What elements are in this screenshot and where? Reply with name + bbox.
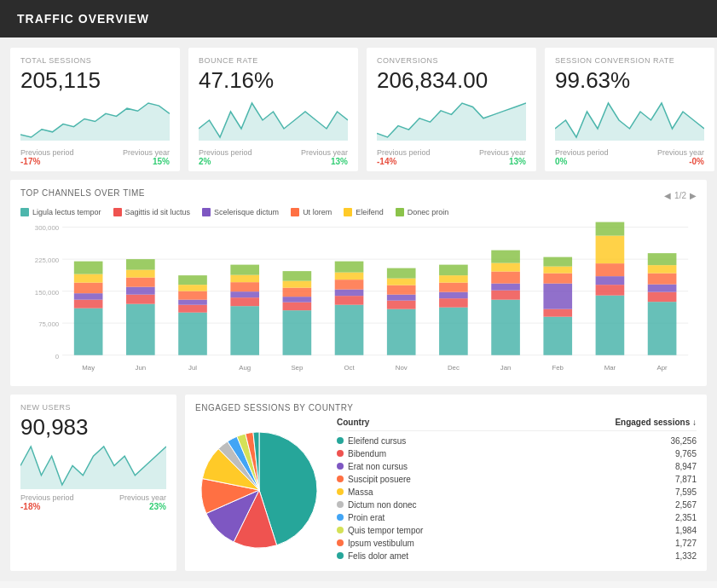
kpi-row: TOTAL SESSIONS 205,115 Previous period P… xyxy=(10,48,707,171)
svg-rect-35 xyxy=(230,306,259,355)
new-users-value: 90,983 xyxy=(20,415,166,440)
prev-page-icon[interactable]: ◀ xyxy=(664,191,671,200)
table-header: Country Engaged sessions ↓ xyxy=(337,418,697,431)
page-indicator: 1/2 xyxy=(674,191,686,200)
svg-rect-26 xyxy=(126,259,155,270)
country-row-left: Ipsum vestibulum xyxy=(337,539,414,548)
kpi-sparkline xyxy=(199,100,348,141)
legend-item: Donec proin xyxy=(396,208,449,216)
legend-item: Eleifend xyxy=(344,208,384,216)
top-channels-section: TOP CHANNELS OVER TIME ◀ 1/2 ▶ Ligula le… xyxy=(10,180,707,386)
kpi-card-session-conversion-rate: SESSION CONVERSION RATE 99.63% Previous … xyxy=(545,48,714,171)
legend-color xyxy=(202,208,211,216)
svg-rect-85 xyxy=(596,285,625,296)
kpi-sparkline xyxy=(555,100,704,141)
svg-rect-87 xyxy=(596,263,625,276)
country-value: 2,351 xyxy=(675,513,697,522)
legend-color xyxy=(344,208,352,216)
svg-rect-24 xyxy=(126,277,155,286)
svg-rect-17 xyxy=(74,282,103,293)
new-users-card: NEW USERS 90,983 Previous period Previou… xyxy=(10,395,176,571)
country-dot xyxy=(337,488,344,495)
kpi-value: 99.63% xyxy=(555,68,704,93)
svg-text:Dec: Dec xyxy=(448,364,460,372)
country-value: 1,332 xyxy=(675,551,697,561)
svg-rect-82 xyxy=(543,257,572,266)
svg-rect-81 xyxy=(543,266,572,273)
svg-rect-64 xyxy=(439,298,468,308)
country-dot xyxy=(337,437,344,444)
chart-legend: Ligula lectus tempor Sagittis id sit luc… xyxy=(20,208,697,216)
svg-rect-47 xyxy=(283,271,312,281)
svg-rect-54 xyxy=(335,261,364,272)
kpi-card-bounce-rate: BOUNCE RATE 47.16% Previous period Previ… xyxy=(188,48,358,171)
svg-marker-2 xyxy=(377,103,526,141)
svg-rect-51 xyxy=(335,289,364,296)
svg-rect-52 xyxy=(335,280,364,290)
svg-text:Jul: Jul xyxy=(188,364,197,372)
svg-text:150,000: 150,000 xyxy=(35,288,60,296)
country-value: 8,947 xyxy=(675,462,697,471)
svg-text:0: 0 xyxy=(55,352,60,360)
svg-rect-38 xyxy=(230,282,259,291)
svg-rect-61 xyxy=(387,268,416,278)
svg-text:Nov: Nov xyxy=(396,364,408,372)
country-row-left: Suscipit posuere xyxy=(337,475,411,484)
new-users-label: NEW USERS xyxy=(20,403,166,412)
table-row: Quis tempor tempor 1,984 xyxy=(337,524,697,537)
legend-label: Sagittis id sit luctus xyxy=(125,208,191,216)
bottom-row: NEW USERS 90,983 Previous period Previou… xyxy=(10,395,707,571)
svg-rect-36 xyxy=(230,297,259,306)
page-title: TRAFFIC OVERVIEW xyxy=(17,12,149,26)
svg-rect-18 xyxy=(74,274,103,282)
kpi-sparkline xyxy=(20,100,170,141)
legend-label: Ligula lectus tempor xyxy=(32,208,101,216)
svg-rect-77 xyxy=(543,316,572,355)
country-name: Bibendum xyxy=(348,449,386,458)
table-row: Dictum non donec 2,567 xyxy=(337,499,697,511)
svg-rect-58 xyxy=(387,294,416,300)
country-row-left: Felis dolor amet xyxy=(337,551,408,561)
svg-rect-33 xyxy=(178,275,207,285)
svg-rect-21 xyxy=(126,303,155,355)
legend-item: Scelerisque dictum xyxy=(202,208,279,216)
engaged-sessions-card: ENGAGED SESSIONS BY COUNTRY Country Enga… xyxy=(185,395,707,571)
country-value: 1,727 xyxy=(675,539,697,548)
kpi-footer-vals: -17% 15% xyxy=(20,157,170,166)
kpi-label: CONVERSIONS xyxy=(377,56,526,65)
svg-rect-28 xyxy=(178,312,207,355)
country-table: Country Engaged sessions ↓ Eleifend curs… xyxy=(337,418,697,562)
next-page-icon[interactable]: ▶ xyxy=(690,191,697,200)
svg-text:Jan: Jan xyxy=(500,364,512,372)
table-row: Eleifend cursus 36,256 xyxy=(337,435,697,447)
svg-rect-78 xyxy=(543,308,572,316)
table-row: Erat non cursus 8,947 xyxy=(337,460,697,473)
kpi-value: 47.16% xyxy=(199,68,348,93)
country-name: Erat non cursus xyxy=(348,462,408,471)
svg-rect-92 xyxy=(648,291,677,302)
kpi-footer-vals: 0% -0% xyxy=(555,157,704,166)
country-dot xyxy=(337,501,344,508)
legend-item: Ligula lectus tempor xyxy=(20,208,101,216)
pie-container xyxy=(195,418,323,562)
country-name: Eleifend cursus xyxy=(348,436,406,446)
kpi-card-conversions: CONVERSIONS 206,834.00 Previous period P… xyxy=(367,48,536,171)
country-row-left: Bibendum xyxy=(337,449,386,458)
kpi-label: SESSION CONVERSION RATE xyxy=(555,56,704,65)
country-name: Massa xyxy=(348,487,373,497)
svg-rect-19 xyxy=(74,261,103,274)
svg-rect-29 xyxy=(178,304,207,312)
svg-rect-42 xyxy=(283,310,312,355)
country-row-left: Erat non cursus xyxy=(337,462,408,471)
page-header: TRAFFIC OVERVIEW xyxy=(0,0,717,37)
svg-text:225,000: 225,000 xyxy=(35,257,60,264)
svg-rect-79 xyxy=(543,283,572,308)
table-row: Massa 7,595 xyxy=(337,486,697,499)
svg-rect-93 xyxy=(648,284,677,291)
svg-rect-46 xyxy=(283,280,312,287)
legend-color xyxy=(396,208,404,216)
country-dot xyxy=(337,527,344,533)
svg-rect-15 xyxy=(74,299,103,308)
svg-text:Jun: Jun xyxy=(136,364,147,372)
svg-rect-30 xyxy=(178,299,207,304)
